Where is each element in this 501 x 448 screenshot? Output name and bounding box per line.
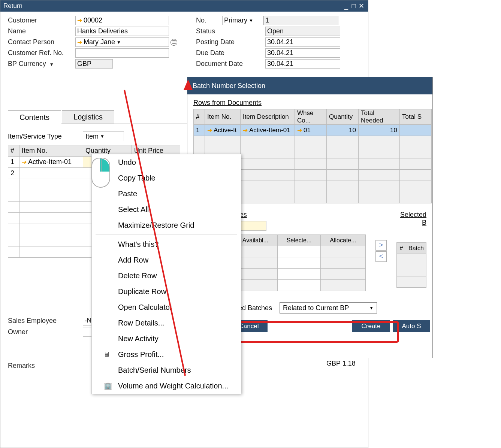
col-needed[interactable]: Total Needed xyxy=(359,109,400,125)
menu-row-details[interactable]: Row Details... xyxy=(92,315,241,331)
link-arrow-icon[interactable]: ➔ xyxy=(77,17,82,24)
move-left-button[interactable]: < xyxy=(375,251,387,262)
doc-row[interactable]: 1 ➔Active-It ➔Active-Item-01 ➔01 10 10 xyxy=(194,125,432,136)
annotation-arrow-head xyxy=(184,79,193,90)
item-type-select[interactable]: Item▼ xyxy=(83,131,124,141)
chevron-down-icon[interactable]: ▼ xyxy=(100,134,105,139)
close-button[interactable]: ✕ xyxy=(357,2,365,10)
create-button[interactable]: Create xyxy=(352,320,390,332)
customer-label: Customer xyxy=(8,16,75,24)
status-label: Status xyxy=(196,27,265,35)
customer-field[interactable]: ➔00002 xyxy=(75,16,169,25)
remarks-label: Remarks xyxy=(8,362,83,370)
selected-batches-table: # Batch xyxy=(396,242,426,288)
menu-maximize-grid[interactable]: Maximize/Restore Grid xyxy=(92,217,241,233)
menu-add-row[interactable]: Add Row xyxy=(92,252,241,268)
menu-delete-row[interactable]: Delete Row xyxy=(92,268,241,284)
ddb-select[interactable]: Related to Current BP ▼ xyxy=(280,302,377,314)
rows-section-title: Rows from Documents xyxy=(193,99,426,107)
sales-emp-label: Sales Employee xyxy=(8,317,83,325)
mouse-cursor-icon xyxy=(91,158,113,191)
return-title: Return xyxy=(3,2,22,10)
menu-new-activity[interactable]: New Activity xyxy=(92,331,241,346)
link-arrow-icon[interactable]: ➔ xyxy=(243,127,248,133)
link-arrow-icon[interactable]: ➔ xyxy=(207,127,212,133)
custref-label: Customer Ref. No. xyxy=(8,49,75,57)
chevron-down-icon[interactable]: ▼ xyxy=(369,305,374,311)
due-label: Due Date xyxy=(196,49,265,57)
due-field[interactable]: 30.04.21 xyxy=(265,48,340,58)
col-num[interactable]: # xyxy=(8,145,19,157)
link-arrow-icon[interactable]: ➔ xyxy=(297,127,302,133)
details-icon[interactable]: ☰ xyxy=(170,39,177,46)
gbp-value: GBP 1.18 xyxy=(326,360,356,367)
return-title-bar: Return _ □ ✕ xyxy=(0,0,368,12)
bpcur-label: BP Currency ▼ xyxy=(8,60,75,68)
name-field[interactable]: Hanks Deliveries xyxy=(75,27,169,36)
no-series-field[interactable]: Primary▼ xyxy=(222,16,263,25)
col-whse[interactable]: Whse Co... xyxy=(295,109,327,125)
menu-copy-table[interactable]: Copy Table xyxy=(92,170,241,186)
maximize-button[interactable]: □ xyxy=(350,2,357,10)
no-field[interactable]: 1 xyxy=(263,16,338,25)
col-totals[interactable]: Total S xyxy=(400,109,432,125)
name-label: Name xyxy=(8,27,75,35)
custref-field[interactable] xyxy=(75,48,169,58)
col-itemno[interactable]: Item No. xyxy=(19,145,83,157)
selected-section-title: Selected B xyxy=(396,211,426,227)
col-itemno[interactable]: Item No. xyxy=(205,109,241,125)
header-form: Customer ➔00002 Name Hanks Deliveries Co… xyxy=(0,12,368,73)
tab-contents[interactable]: Contents xyxy=(8,111,61,124)
docdate-field[interactable]: 30.04.21 xyxy=(265,59,340,69)
menu-gross-profit[interactable]: 🖩Gross Profit... xyxy=(92,346,241,362)
docdate-label: Document Date xyxy=(196,60,265,68)
posting-label: Posting Date xyxy=(196,38,265,46)
move-right-button[interactable]: > xyxy=(375,240,387,251)
col-qty[interactable]: Quantity xyxy=(327,109,359,125)
col-desc[interactable]: Item Description xyxy=(241,109,295,125)
item-type-label: Item/Service Type xyxy=(8,133,83,140)
auto-button[interactable]: Auto S xyxy=(393,320,430,332)
no-label: No. xyxy=(196,16,222,24)
menu-select-all[interactable]: Select All xyxy=(92,202,241,217)
contact-label: Contact Person xyxy=(8,38,75,46)
status-field: Open xyxy=(265,27,340,36)
contact-field[interactable]: ➔Mary Jane▼ xyxy=(75,37,169,47)
minimize-button[interactable]: _ xyxy=(342,2,350,10)
building-icon: 🏢 xyxy=(104,382,112,390)
menu-whats-this[interactable]: What's this? xyxy=(92,236,241,252)
calculator-icon: 🖩 xyxy=(104,351,111,358)
col-num[interactable]: # xyxy=(194,109,205,125)
menu-batch-serial[interactable]: Batch/Serial Numbers xyxy=(92,362,241,378)
menu-open-calc[interactable]: Open Calculator xyxy=(92,299,241,315)
batch-title-bar: Batch Number Selection xyxy=(187,77,432,94)
chevron-down-icon[interactable]: ▼ xyxy=(49,62,54,67)
link-arrow-icon[interactable]: ➔ xyxy=(22,159,27,165)
menu-undo[interactable]: Undo xyxy=(92,154,241,170)
batch-title: Batch Number Selection xyxy=(193,82,265,90)
menu-paste[interactable]: Paste xyxy=(92,186,241,202)
chevron-down-icon[interactable]: ▼ xyxy=(249,18,253,23)
chevron-down-icon[interactable]: ▼ xyxy=(117,40,121,45)
owner-label: Owner xyxy=(8,328,83,336)
bpcur-field[interactable]: GBP xyxy=(75,59,113,69)
posting-field[interactable]: 30.04.21 xyxy=(265,37,340,47)
tab-logistics[interactable]: Logistics xyxy=(62,110,114,124)
menu-volume-weight[interactable]: 🏢Volume and Weight Calculation... xyxy=(92,378,241,394)
context-menu: Undo Copy Table Paste Select All Maximiz… xyxy=(91,154,241,394)
link-arrow-icon[interactable]: ➔ xyxy=(77,39,82,46)
